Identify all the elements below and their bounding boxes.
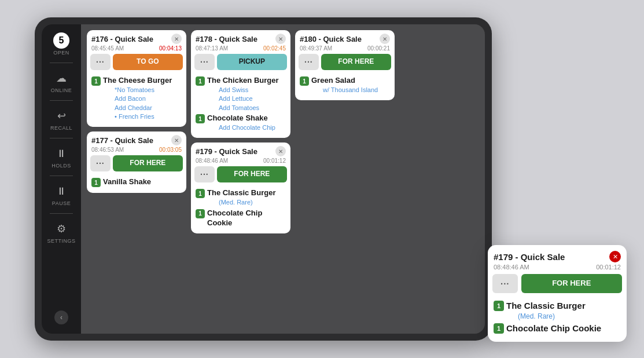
item-mod-add-cheddar: Add Cheddar — [103, 104, 172, 112]
item-qty: 1 — [494, 323, 504, 334]
card-176-item-1: 1 The Cheese Burger *No Tomatoes Add Bac… — [91, 76, 182, 121]
item-mod-lettuce: Add Lettuce — [207, 94, 279, 103]
item-qty: 1 — [196, 114, 205, 123]
popup-card-elapsed: 00:01:12 — [596, 264, 621, 271]
card-180-time: 08:49:37 AM — [300, 45, 332, 52]
card-178-elapsed: 00:02:45 — [263, 45, 286, 52]
popup-card-179: #179 - Quick Sale ✕ 08:48:46 AM 00:01:12… — [488, 245, 627, 342]
item-qty: 1 — [494, 301, 504, 311]
card-179-item-1: 1 The Classic Burger (Med. Rare) — [196, 188, 286, 207]
order-card-180: #180 - Quick Sale ✕ 08:49:37 AM 00:00:21… — [295, 30, 395, 100]
card-177-status-button[interactable]: FOR HERE — [113, 155, 183, 171]
order-card-178: #178 - Quick Sale ✕ 08:47:13 AM 00:02:45… — [191, 30, 290, 138]
card-176-elapsed: 00:04:13 — [159, 45, 182, 52]
card-176-close-button[interactable]: ✕ — [171, 34, 182, 44]
cloud-icon: ☁ — [53, 70, 69, 86]
item-qty: 1 — [91, 178, 101, 187]
card-180-status-button[interactable]: FOR HERE — [321, 54, 391, 70]
sidebar-item-pause[interactable]: ⏸ PAUSE — [42, 180, 81, 210]
popup-card-dots-button[interactable]: ··· — [492, 274, 518, 293]
item-mod-no-tomatoes: *No Tomatoes — [103, 86, 172, 94]
card-179-title: #179 - Quick Sale — [196, 147, 257, 156]
settings-icon: ⚙ — [53, 221, 69, 237]
item-mod-med-rare: (Med. Rare) — [207, 198, 276, 207]
main-content: #176 - Quick Sale ✕ 08:45:45 AM 00:04:13… — [81, 24, 485, 334]
item-mod-tomatoes: Add Tomatoes — [207, 104, 279, 112]
card-178-title: #178 - Quick Sale — [196, 35, 257, 43]
card-176-dots-button[interactable]: ··· — [90, 54, 111, 70]
item-mod-thousand-island: w/ Thousand Island — [311, 86, 378, 94]
card-178-dots-button[interactable]: ··· — [194, 54, 215, 70]
popup-item-2: 1 Chocolate Chip Cookie — [494, 323, 621, 334]
sidebar-collapse-button[interactable]: ‹ — [54, 310, 68, 324]
item-name: The Cheese Burger — [103, 76, 172, 86]
order-column-3: #180 - Quick Sale ✕ 08:49:37 AM 00:00:21… — [295, 30, 395, 328]
open-badge: 5 — [53, 32, 69, 49]
pause-icon: ⏸ — [53, 183, 69, 199]
tablet: 5 OPEN ☁ ONLINE ↩ RECALL ⏸ HOLDS ⏸ PAUSE — [35, 17, 492, 341]
card-176-status-button[interactable]: TO GO — [113, 54, 183, 70]
card-178-close-button[interactable]: ✕ — [275, 34, 286, 44]
popup-card-status-button[interactable]: FOR HERE — [521, 274, 622, 293]
sidebar-item-open[interactable]: 5 OPEN — [42, 29, 81, 59]
order-column-2: #178 - Quick Sale ✕ 08:47:13 AM 00:02:45… — [191, 30, 290, 328]
item-mod-french-fries: • French Fries — [103, 112, 172, 121]
card-180-item-1: 1 Green Salad w/ Thousand Island — [300, 76, 390, 94]
card-177-time: 08:46:53 AM — [91, 147, 124, 153]
holds-icon: ⏸ — [53, 145, 69, 162]
card-177-close-button[interactable]: ✕ — [171, 135, 182, 145]
item-name: Chocolate Chip Cookie — [207, 209, 286, 228]
sidebar-divider-3 — [50, 138, 73, 138]
item-qty: 1 — [196, 189, 205, 198]
recall-icon: ↩ — [53, 108, 69, 124]
order-card-176: #176 - Quick Sale ✕ 08:45:45 AM 00:04:13… — [87, 30, 186, 127]
item-mod-choc-chip: Add Chocolate Chip — [207, 123, 275, 132]
card-179-dots-button[interactable]: ··· — [194, 166, 215, 182]
order-card-177: #177 - Quick Sale ✕ 08:46:53 AM 00:03:05… — [87, 131, 186, 193]
sidebar-item-online[interactable]: ☁ ONLINE — [42, 67, 81, 97]
sidebar-item-settings[interactable]: ⚙ SETTINGS — [42, 217, 81, 247]
card-178-time: 08:47:13 AM — [196, 45, 228, 52]
card-179-time: 08:48:46 AM — [196, 158, 228, 164]
card-177-title: #177 - Quick Sale — [91, 136, 153, 145]
popup-card-close-button[interactable]: ✕ — [609, 251, 621, 262]
popup-card-time: 08:48:46 AM — [494, 264, 529, 271]
item-mod-med-rare: (Med. Rare) — [506, 312, 586, 322]
card-180-elapsed: 00:00:21 — [367, 45, 390, 52]
sidebar-item-holds[interactable]: ⏸ HOLDS — [42, 142, 81, 172]
card-176-title: #176 - Quick Sale — [91, 35, 153, 43]
card-179-status-button[interactable]: FOR HERE — [217, 166, 287, 182]
item-qty: 1 — [196, 209, 205, 218]
card-177-elapsed: 00:03:05 — [159, 147, 182, 153]
card-177-item-1: 1 Vanilla Shake — [91, 177, 182, 187]
item-mod-add-bacon: Add Bacon — [103, 94, 172, 103]
card-179-close-button[interactable]: ✕ — [275, 146, 286, 156]
card-178-item-2: 1 Chocolate Shake Add Chocolate Chip — [196, 114, 286, 132]
item-qty: 1 — [91, 76, 101, 86]
item-name: Chocolate Shake — [207, 114, 275, 123]
card-180-close-button[interactable]: ✕ — [380, 34, 390, 44]
card-179-elapsed: 00:01:12 — [263, 158, 286, 164]
sidebar-divider-1 — [50, 63, 73, 63]
card-178-status-button[interactable]: PICKUP — [217, 54, 287, 70]
item-name: Vanilla Shake — [103, 177, 151, 187]
item-name: The Chicken Burger — [207, 76, 279, 86]
card-180-title: #180 - Quick Sale — [300, 35, 362, 43]
sidebar: 5 OPEN ☁ ONLINE ↩ RECALL ⏸ HOLDS ⏸ PAUSE — [42, 24, 81, 334]
item-name: Green Salad — [311, 76, 378, 86]
popup-item-1: 1 The Classic Burger (Med. Rare) — [494, 300, 621, 321]
item-qty: 1 — [196, 76, 205, 86]
order-column-1: #176 - Quick Sale ✕ 08:45:45 AM 00:04:13… — [87, 30, 186, 328]
card-177-dots-button[interactable]: ··· — [90, 155, 111, 171]
sidebar-divider-5 — [50, 213, 73, 214]
item-name: Chocolate Chip Cookie — [506, 323, 601, 334]
item-qty: 1 — [300, 76, 309, 86]
sidebar-item-recall[interactable]: ↩ RECALL — [42, 104, 81, 134]
card-180-dots-button[interactable]: ··· — [299, 54, 319, 70]
order-card-179: #179 - Quick Sale ✕ 08:48:46 AM 00:01:12… — [191, 143, 290, 233]
popup-card-title: #179 - Quick Sale — [494, 252, 565, 262]
item-mod-swiss: Add Swiss — [207, 86, 279, 94]
sidebar-divider-4 — [50, 176, 73, 176]
card-176-time: 08:45:45 AM — [91, 45, 124, 52]
item-name: The Classic Burger — [506, 300, 586, 312]
